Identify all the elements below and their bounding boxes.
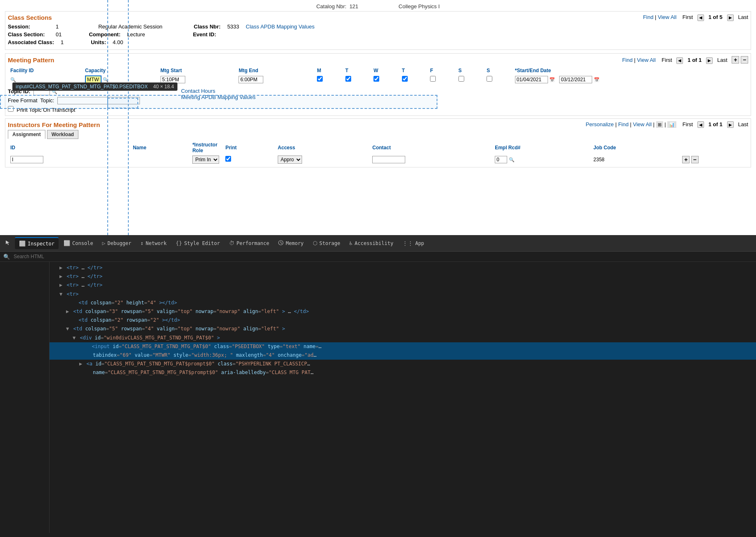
class-sections-next-btn[interactable]: ▶: [727, 14, 734, 21]
inst-id-input[interactable]: [10, 156, 43, 163]
class-nbr-value: 5333: [227, 24, 239, 30]
inst-col-contact: Contact: [370, 141, 492, 155]
tooltip-selector: input#CLASS_MTG_PAT_STND_MTG_PAT$0.PSEDI…: [16, 84, 148, 90]
day-f-checkbox[interactable]: [430, 76, 436, 82]
devtools-tab-network[interactable]: ↕ Network: [136, 238, 170, 249]
mp-find-link[interactable]: Find: [622, 57, 633, 63]
html-line-1[interactable]: ▶ <tr> … </tr>: [50, 264, 756, 272]
tab-workload[interactable]: Workload: [47, 130, 78, 139]
free-format-label2: Topic:: [40, 97, 54, 104]
inst-chart-btn[interactable]: 📊: [667, 121, 676, 128]
html-line-10[interactable]: <input id="CLASS_MTG_PAT_STND_MTG_PAT$0"…: [50, 342, 756, 351]
inst-last-label: Last: [738, 121, 748, 127]
mp-next-btn[interactable]: ▶: [706, 57, 713, 64]
class-section-value: 01: [56, 31, 61, 38]
col-t: T: [343, 66, 371, 75]
tab-assignment[interactable]: Assignment: [8, 130, 45, 139]
devtools-tab-inspector[interactable]: ⬜ Inspector: [15, 237, 59, 249]
instructors-table: ID Name *Instructor Role Print Access Co…: [8, 141, 748, 165]
html-line-7[interactable]: <td colspan="2" rowspan="2" ></td>: [50, 316, 756, 325]
html-line-9[interactable]: ▼ <div id="win0divCLASS_MTG_PAT_STND_MTG…: [50, 334, 756, 342]
end-date-input[interactable]: [559, 76, 592, 83]
facility-search-icon[interactable]: 🔍: [10, 77, 16, 82]
inst-remove-btn[interactable]: −: [691, 156, 699, 163]
mp-add-btn[interactable]: +: [732, 56, 739, 64]
start-date-input[interactable]: [515, 76, 548, 83]
day-s-checkbox[interactable]: [458, 76, 464, 82]
class-sections-viewall-link[interactable]: View All: [658, 14, 676, 20]
pointer-tool[interactable]: [2, 237, 14, 249]
devtools-tab-app[interactable]: ⋮⋮ App: [398, 238, 428, 249]
col-facility-id: Facility ID: [8, 66, 83, 75]
html-line-6[interactable]: ▶ <td colspan="3" rowspan="5" valign="to…: [50, 307, 756, 316]
start-time-input[interactable]: [161, 76, 185, 83]
mp-prev-btn[interactable]: ◀: [676, 57, 683, 64]
expand-arrow-1: ▶: [59, 265, 62, 271]
html-line-3[interactable]: ▶ <tr> … </tr>: [50, 281, 756, 290]
class-sections-prev-btn[interactable]: ◀: [697, 14, 704, 21]
expand-arrow-11: ▶: [79, 361, 82, 367]
devtools-tab-accessibility[interactable]: ♿ Accessibility: [345, 238, 397, 249]
console-tab-label: Console: [72, 240, 93, 246]
day-t-checkbox[interactable]: [345, 76, 351, 82]
devtools-tab-memory[interactable]: Memory: [274, 238, 307, 249]
class-apdb-link[interactable]: Class APDB Mapping Values: [246, 24, 315, 30]
inst-empl-rcd-input[interactable]: [495, 156, 507, 163]
free-format-input[interactable]: [57, 97, 140, 104]
devtools-tab-performance[interactable]: ⏱ Performance: [225, 238, 273, 249]
devtools-toolbar: ⬜ Inspector ⬜ Console ▷ Debugger ↕ Netwo…: [0, 235, 756, 252]
assoc-class-row: Associated Class: 1 Units: 4.00: [8, 39, 748, 45]
inst-viewall-link[interactable]: View All: [633, 121, 652, 127]
html-line-4[interactable]: ▼ <tr>: [50, 290, 756, 299]
end-time-input[interactable]: [239, 76, 263, 83]
class-sections-find-link[interactable]: Find: [643, 14, 653, 20]
assoc-class-value: 1: [61, 39, 64, 45]
inst-print-cell: [223, 155, 275, 165]
devtools-tab-style-editor[interactable]: {} Style Editor: [172, 238, 224, 249]
empl-rcd-search-icon[interactable]: 🔍: [509, 157, 515, 162]
inst-grid-btn[interactable]: ⊞: [656, 121, 663, 128]
inst-add-btn[interactable]: +: [682, 156, 690, 163]
inst-print-checkbox[interactable]: [225, 156, 231, 162]
html-line-2[interactable]: ▶ <tr> … </tr>: [50, 272, 756, 281]
meeting-apdb-link[interactable]: Meeting APDB Mapping Values: [181, 94, 255, 100]
console-icon: ⬜: [64, 240, 70, 246]
inst-job-code-cell: 2358: [591, 155, 680, 165]
memory-tab-label: Memory: [286, 240, 303, 246]
mp-remove-btn[interactable]: −: [741, 56, 748, 64]
end-date-cal-icon[interactable]: 📅: [594, 77, 600, 82]
col-w: W: [371, 66, 399, 75]
inst-contact-input[interactable]: [372, 156, 405, 163]
accessibility-icon: ♿: [349, 240, 352, 246]
inst-prev-btn[interactable]: ◀: [697, 121, 704, 128]
day-m-checkbox[interactable]: [317, 76, 323, 82]
print-transcript-checkbox[interactable]: [8, 106, 14, 112]
inst-find-link[interactable]: Find: [618, 121, 628, 127]
mtwr-search-icon[interactable]: 🔍: [103, 77, 109, 82]
inst-role-select[interactable]: Prim In: [192, 155, 219, 164]
col-m: M: [314, 66, 343, 75]
html-line-10b[interactable]: tabindex="69" value="MTWR" style="width:…: [50, 351, 756, 360]
html-line-5[interactable]: <td colspan="2" height="4" ></td>: [50, 299, 756, 307]
inst-personalize-link[interactable]: Personalize: [586, 121, 614, 127]
day-t2-checkbox[interactable]: [402, 76, 408, 82]
inst-next-btn[interactable]: ▶: [727, 121, 734, 128]
devtools-tab-console[interactable]: ⬜ Console: [59, 238, 97, 249]
html-line-8[interactable]: ▼ <td colspan="5" rowspan="4" valign="to…: [50, 325, 756, 333]
expand-arrow-8: ▼: [66, 326, 69, 332]
course-title: College Physics I: [399, 3, 440, 9]
html-search-input[interactable]: [12, 253, 177, 260]
start-date-cal-icon[interactable]: 📅: [549, 77, 555, 82]
inst-col-name: Name: [130, 141, 190, 155]
inst-access-select[interactable]: Appro: [278, 155, 302, 164]
devtools-tab-debugger[interactable]: ▷ Debugger: [98, 238, 136, 249]
devtools-body: ▶ <tr> … </tr> ▶ <tr> … </tr> ▶ <tr> … <…: [0, 262, 756, 533]
devtools-tab-storage[interactable]: ⬡ Storage: [309, 238, 345, 249]
html-line-11b[interactable]: name="CLASS_MTG_PAT_STND_MTG_PAT$prompt$…: [50, 368, 756, 377]
contact-hours-link[interactable]: Contact Hours: [181, 88, 255, 94]
day-s2-checkbox[interactable]: [487, 76, 492, 82]
mp-viewall-link[interactable]: View All: [637, 57, 656, 63]
class-sections-last-label: Last: [738, 14, 748, 20]
html-line-11[interactable]: ▶ <a id="CLASS_MTG_PAT_STND_MTG_PAT$prom…: [50, 360, 756, 368]
day-w-checkbox[interactable]: [373, 76, 379, 82]
